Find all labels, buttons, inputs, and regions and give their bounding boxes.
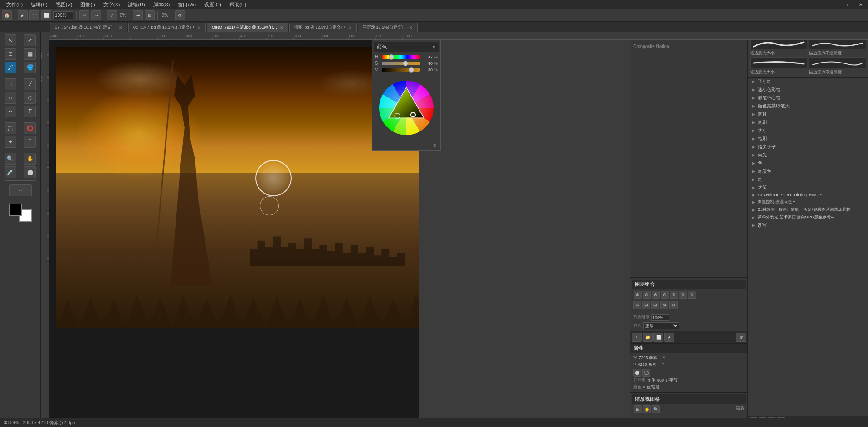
minimap-zoom-btn[interactable]: 🔍 — [652, 405, 660, 413]
smart-patch-tool[interactable]: ⬤ — [24, 166, 36, 178]
opacity-field[interactable] — [651, 314, 669, 321]
tab-5-close[interactable]: ✕ — [409, 25, 413, 30]
color-wheel-svg[interactable] — [375, 76, 438, 140]
brush-category-item-9[interactable]: ▶ 指尖手子 — [748, 143, 868, 151]
foreground-color-swatch[interactable] — [9, 204, 22, 216]
brush-category-item-7[interactable]: ▶ 大小 — [748, 126, 868, 135]
tab-5[interactable]: 平野@ 12.5%(自定义) + ✕ — [358, 23, 418, 32]
group-layer-btn[interactable]: 📁 — [643, 333, 653, 342]
compose-icon-8[interactable]: ⊝ — [633, 301, 641, 309]
brush-tool[interactable]: 🖌 — [5, 62, 16, 73]
zoom-tool[interactable]: 🔍 — [5, 153, 16, 165]
stroke-preview-3[interactable] — [750, 57, 807, 68]
more-tools-btn[interactable]: ··· — [9, 184, 32, 196]
shape-tool[interactable]: □ — [5, 78, 16, 90]
compose-icon-11[interactable]: ⊠ — [660, 301, 668, 309]
normal-mode-button[interactable]: ⬜ — [41, 10, 51, 20]
value-thumb[interactable] — [409, 67, 414, 73]
compose-icon-5[interactable]: ⊚ — [670, 291, 678, 299]
lasso-tool[interactable]: ⌒ — [24, 136, 36, 148]
zoom-input[interactable] — [53, 11, 73, 19]
crop-tool[interactable]: ⊡ — [5, 48, 16, 60]
magic-wand-tool[interactable]: ✦ — [5, 136, 16, 148]
settings-btn-toolbar[interactable]: ⚙ — [175, 10, 185, 20]
path-tool[interactable]: ✒ — [5, 106, 16, 117]
brush-category-item-3[interactable]: ▶ 彩笔中心笔 — [748, 94, 868, 102]
color-wheel-container[interactable] — [375, 76, 438, 140]
brush-category-item-akra[interactable]: ▶ AkraHrimur_Speedpainting_BrushSet — [748, 192, 868, 198]
minimize-button[interactable]: — — [824, 0, 839, 9]
hue-thumb[interactable] — [389, 54, 394, 60]
value-slider[interactable] — [382, 68, 420, 72]
brush-category-item-16[interactable]: ▶ 21种改法、纹路、笔刷、活光+轮廓图片游戏场景材 — [748, 206, 868, 214]
menu-view[interactable]: 视图(V) — [52, 0, 76, 9]
mirror-button[interactable]: ⇄ — [133, 10, 143, 20]
saturation-thumb[interactable] — [403, 61, 408, 66]
menu-window[interactable]: 窗口(W) — [174, 0, 200, 9]
color-picker-tool[interactable]: 💉 — [5, 166, 16, 178]
tab-2-close[interactable]: ✕ — [197, 25, 201, 30]
brush-category-item-18[interactable]: ▶ 改写 — [748, 221, 868, 229]
menu-text[interactable]: 文字(X) — [100, 0, 124, 9]
brush-category-item-5[interactable]: ▶ 笔顶 — [748, 110, 868, 118]
brush-category-item-12[interactable]: ▶ 笔颜色 — [748, 167, 868, 175]
brush-category-item-2[interactable]: ▶ 速小色彩笔 — [748, 86, 868, 94]
transform-tool[interactable]: ⤢ — [24, 34, 36, 46]
brush-category-item-6[interactable]: ▶ 笔刷 — [748, 118, 868, 126]
eraser-button[interactable]: ⬚ — [29, 10, 39, 20]
home-button[interactable]: 🏠 — [2, 10, 12, 20]
canvas-image[interactable] — [56, 47, 419, 328]
minimap-pan-btn[interactable]: ✋ — [643, 405, 651, 413]
tab-3-close[interactable]: ✕ — [280, 25, 283, 30]
brush-category-item-4[interactable]: ▶ 颜色某某纸笔大 — [748, 102, 868, 110]
mask-layer-btn[interactable]: ⬜ — [653, 333, 663, 342]
tab-1[interactable]: 17_7547.jpg @ 16.17%(自定义) + ✕ — [50, 23, 127, 32]
transform-button[interactable]: ⤢ — [107, 10, 117, 20]
maximize-button[interactable]: □ — [839, 0, 853, 9]
compose-icon-2[interactable]: ⊘ — [643, 291, 651, 299]
brush-category-item-15[interactable]: ▶ 向量控制 纹理状态 + — [748, 198, 868, 206]
doc-icon-1[interactable]: ⬤ — [633, 369, 641, 377]
polygon-tool[interactable]: ⬡ — [24, 92, 36, 104]
minimap-header[interactable]: 缩放视图格 — [632, 394, 746, 404]
compose-icon-10[interactable]: ⊟ — [651, 301, 659, 309]
brush-category-item-13[interactable]: ▶ 笔 — [748, 175, 868, 184]
minimap-grid-btn[interactable]: ⊞ — [634, 405, 642, 413]
pointer-tool[interactable]: ↖ — [5, 34, 16, 46]
pan-tool[interactable]: ✋ — [24, 153, 36, 165]
stroke-preview-4[interactable] — [809, 57, 866, 68]
fg-bg-color-selector[interactable] — [9, 204, 32, 222]
ellipse-tool[interactable]: ○ — [5, 92, 16, 104]
fx-layer-btn[interactable]: ★ — [664, 333, 674, 342]
tab-1-close[interactable]: ✕ — [119, 25, 122, 30]
compose-icon-3[interactable]: ⊗ — [652, 291, 660, 299]
menu-file[interactable]: 文件(F) — [3, 0, 26, 9]
redo-button[interactable]: ↪ — [91, 10, 101, 20]
blend-mode-select[interactable]: 正常 叠加 — [643, 322, 679, 329]
tab-2[interactable]: 02_1347.jpg @ 16.17%(自定义) + ✕ — [128, 23, 206, 32]
select-rect-tool[interactable]: ⬚ — [5, 122, 16, 134]
add-layer-btn[interactable]: + — [632, 333, 642, 342]
canvas-area[interactable] — [49, 40, 419, 418]
text-tool[interactable]: T — [24, 106, 36, 117]
menu-script[interactable]: 脚本(S) — [150, 0, 174, 9]
compose-icon-1[interactable]: ⊕ — [634, 291, 642, 299]
undo-button[interactable]: ↩ — [79, 10, 89, 20]
menu-filter[interactable]: 滤镜(R) — [124, 0, 148, 9]
compose-icon-7[interactable]: ⊜ — [688, 291, 696, 299]
menu-image[interactable]: 图像(I) — [77, 0, 98, 9]
hue-slider[interactable] — [382, 55, 420, 59]
tab-3-active[interactable]: QINQ_7921+主笔.jpg @ 33.6%(RGB/8#) + ✕ — [207, 23, 288, 32]
doc-icon-2[interactable]: ◯ — [642, 369, 650, 377]
menu-settings[interactable]: 设置(G) — [200, 0, 225, 9]
brush-category-item-17[interactable]: ▶ 简单外发光 艺术家画 空白GRG颜色参考材 — [748, 214, 868, 221]
compose-icon-9[interactable]: ⊞ — [642, 301, 650, 309]
delete-layer-btn[interactable]: 🗑 — [736, 333, 746, 342]
color-panel-close[interactable]: ✕ — [432, 45, 436, 49]
tab-4-close[interactable]: ✕ — [348, 25, 352, 30]
color-wheel-options[interactable]: ⊞ — [374, 141, 439, 149]
grid-button[interactable]: ⊞ — [145, 10, 155, 20]
brush-category-item-14[interactable]: ▶ 大笔 — [748, 184, 868, 192]
gradient-tool[interactable]: ▦ — [24, 48, 36, 60]
saturation-slider[interactable] — [382, 62, 420, 65]
